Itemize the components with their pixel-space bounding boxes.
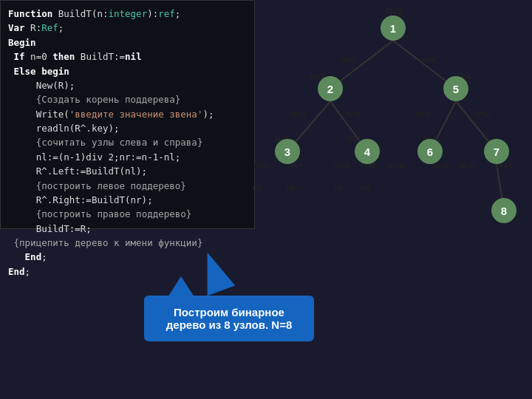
code-line-16: BuildT:=R;	[8, 222, 247, 236]
node-1: 1	[381, 16, 406, 41]
node-8: 8	[491, 198, 516, 223]
node-6: 6	[417, 139, 443, 164]
node-7: 7	[484, 139, 509, 164]
svg-text:nl=1: nl=1	[415, 110, 431, 118]
code-line-1: Function BuildT(n:integer):ref;	[8, 7, 247, 21]
svg-text:nr=1: nr=1	[346, 110, 362, 118]
code-line-5: Else begin	[8, 64, 247, 78]
callout-box: Построим бинарное дерево из 8 узлов. N=8	[144, 296, 314, 341]
code-line-17: {прицепить дерево к имени функции}	[8, 236, 247, 250]
node-5: 5	[443, 76, 468, 101]
svg-text:nil: nil	[253, 184, 262, 192]
callout-text: Построим бинарное дерево из 8 узлов. N=8	[166, 306, 292, 331]
tree-container: N=8 nl=3 nr=4 N=3 N=4 nl=1 nr=1 nl=1 nr=…	[236, 0, 532, 281]
code-line-15: {построить правое поддерево}	[8, 207, 247, 221]
svg-text:nl=0: nl=0	[460, 162, 475, 170]
svg-text:nr=0: nr=0	[433, 162, 449, 170]
node-4: 4	[355, 139, 380, 164]
code-line-8: Write('введите значение звена');	[8, 107, 247, 121]
svg-text:nil: nil	[334, 184, 343, 192]
code-line-3: Begin	[8, 35, 247, 50]
svg-text:nr=4: nr=4	[420, 56, 436, 64]
node-2: 2	[318, 76, 343, 101]
svg-text:nil: nil	[361, 184, 369, 192]
code-line-10: {сочитать узлы слева и справа}	[8, 135, 247, 149]
code-line-13: {построить левое поддерево}	[8, 179, 247, 193]
code-line-6: New(R);	[8, 78, 247, 92]
code-line-4: If n=0 then BuildT:=nil	[8, 50, 247, 64]
svg-text:nil: nil	[287, 184, 296, 192]
svg-text:nl=0: nl=0	[253, 162, 269, 170]
code-line-14: R^.Right:=BuildT(nr);	[8, 193, 247, 207]
code-panel: Function BuildT(n:integer):ref; Var R:Re…	[0, 0, 255, 229]
code-line-11: nl:=(n-1)div 2;nr:=n-1-nl;	[8, 150, 247, 164]
svg-text:nl=0: nl=0	[334, 162, 349, 170]
svg-text:nr=2: nr=2	[474, 110, 491, 118]
svg-text:nl=1: nl=1	[291, 110, 307, 118]
code-line-2: Var R:Ref;	[8, 21, 247, 35]
svg-text:nr=0: nr=0	[388, 162, 404, 170]
svg-text:nl=3: nl=3	[341, 56, 357, 64]
svg-text:nr=: nr=	[292, 162, 304, 170]
node-3: 3	[275, 139, 300, 164]
code-line-12: R^.Left:=BuildT(nl);	[8, 164, 247, 178]
code-line-9: readln(R^.key);	[8, 121, 247, 135]
code-line-7: {Создать корень поддерева}	[8, 92, 247, 106]
